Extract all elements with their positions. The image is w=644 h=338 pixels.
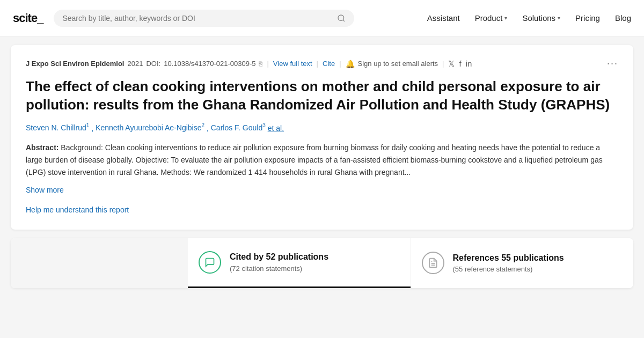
doi-label: DOI:	[146, 60, 160, 68]
search-bar[interactable]	[54, 10, 354, 27]
show-more-button[interactable]: Show more	[26, 186, 618, 194]
stats-section: Cited by 52 publications (72 citation st…	[11, 238, 633, 288]
article-title: The effect of clean cooking intervention…	[26, 78, 618, 114]
author-1[interactable]: Steven N. Chillrud1	[26, 123, 89, 132]
nav-solutions[interactable]: Solutions ▾	[522, 13, 560, 23]
nav-assistant[interactable]: Assistant	[427, 13, 460, 23]
divider: |	[339, 60, 341, 68]
sign-up-alerts[interactable]: Sign up to set email alerts	[358, 60, 438, 68]
abstract-label: Abstract:	[26, 143, 58, 152]
logo: scite_	[13, 11, 43, 25]
svg-line-1	[343, 20, 345, 21]
view-full-text-link[interactable]: View full text	[273, 60, 312, 68]
more-options-button[interactable]: ···	[607, 58, 618, 69]
copy-icon[interactable]: ⎘	[259, 60, 262, 68]
stats-spacer	[11, 238, 188, 288]
author-2[interactable]: Kenneth Ayuurebobi Ae-Ngibise2	[96, 123, 204, 132]
chevron-down-icon: ▾	[504, 15, 507, 21]
journal-name: J Expo Sci Environ Epidemiol	[26, 60, 125, 68]
help-link[interactable]: Help me understand this report	[26, 205, 129, 214]
doi-value: 10.1038/s41370-021-00309-5	[164, 60, 255, 68]
nav-product[interactable]: Product ▾	[475, 13, 508, 23]
references-icon	[422, 252, 444, 274]
main-nav: Assistant Product ▾ Solutions ▾ Pricing …	[427, 13, 631, 23]
main-content: J Expo Sci Environ Epidemiol 2021 DOI: 1…	[0, 36, 644, 297]
search-icon	[337, 14, 346, 23]
cited-by-text: Cited by 52 publications (72 citation st…	[230, 252, 328, 272]
abstract: Abstract: Background: Clean cooking inte…	[26, 142, 618, 179]
references-text: References 55 publications (55 reference…	[453, 253, 564, 273]
bell-icon: 🔔	[346, 60, 355, 68]
divider: |	[442, 60, 444, 68]
header: scite_ Assistant Product ▾ Solutions ▾ P…	[0, 0, 644, 36]
cite-link[interactable]: Cite	[323, 60, 335, 68]
linkedin-icon[interactable]: in	[466, 59, 472, 68]
author-separator: ,	[91, 123, 96, 132]
et-al-link[interactable]: et al.	[268, 123, 284, 132]
nav-pricing[interactable]: Pricing	[575, 13, 600, 23]
author-3[interactable]: Carlos F. Gould3	[211, 123, 266, 132]
year: 2021	[128, 60, 143, 68]
search-input[interactable]	[62, 14, 333, 23]
author-separator: ,	[207, 123, 211, 132]
twitter-icon[interactable]: 𝕏	[448, 59, 455, 69]
authors: Steven N. Chillrud1 , Kenneth Ayuurebobi…	[26, 123, 618, 133]
references-sub: (55 reference statements)	[453, 265, 564, 273]
journal-meta: J Expo Sci Environ Epidemiol 2021 DOI: 1…	[26, 58, 618, 69]
nav-blog[interactable]: Blog	[615, 13, 631, 23]
social-icons: 𝕏 f in	[448, 59, 472, 69]
references-main: References 55 publications	[453, 253, 564, 263]
cited-by-section[interactable]: Cited by 52 publications (72 citation st…	[188, 238, 411, 288]
abstract-text: Background: Clean cooking interventions …	[26, 143, 603, 177]
chevron-down-icon: ▾	[558, 15, 560, 21]
cited-by-sub: (72 citation statements)	[230, 264, 328, 273]
facebook-icon[interactable]: f	[459, 59, 461, 68]
divider: |	[317, 60, 318, 68]
article-card: J Expo Sci Environ Epidemiol 2021 DOI: 1…	[11, 45, 633, 230]
svg-point-0	[338, 15, 344, 21]
citation-icon	[199, 251, 221, 274]
cited-by-main: Cited by 52 publications	[230, 252, 328, 262]
divider: |	[267, 60, 268, 68]
references-section[interactable]: References 55 publications (55 reference…	[411, 238, 634, 288]
